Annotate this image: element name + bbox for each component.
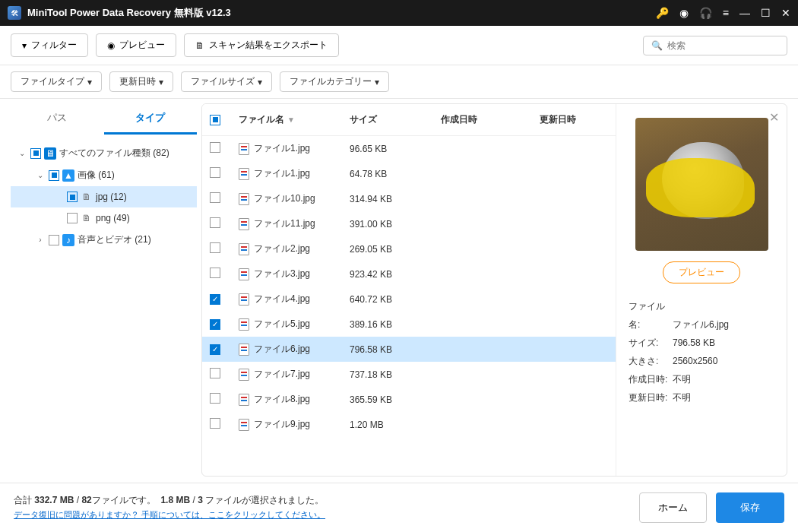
search-box[interactable]: 🔍 (643, 36, 787, 55)
footer-stats: 合計 332.7 MB / 82ファイルです。 1.8 MB / 3 ファイルが… (14, 493, 325, 522)
col-created[interactable]: 作成日時 (433, 104, 532, 136)
file-name: ファイル6.jpg (254, 343, 310, 356)
help-link[interactable]: データ復旧に問題がありますか？ 手順については、ここをクリックしてください。 (14, 510, 325, 519)
monitor-icon: 🖥 (44, 147, 56, 160)
tab-path[interactable]: パス (11, 103, 104, 135)
row-checkbox[interactable]: ✓ (210, 319, 220, 330)
table-row[interactable]: ファイル1.jpg96.65 KB (202, 136, 616, 162)
file-size: 269.05 KB (342, 236, 433, 261)
eye-icon: ◉ (107, 40, 115, 51)
minimize-icon[interactable]: — (739, 7, 750, 19)
file-icon (239, 369, 249, 381)
close-preview-icon[interactable]: ✕ (769, 110, 779, 125)
file-icon (239, 419, 249, 431)
search-input[interactable] (667, 40, 781, 51)
row-checkbox[interactable] (210, 418, 220, 429)
table-row[interactable]: ファイル9.jpg1.20 MB (202, 412, 616, 437)
table-row[interactable]: ✓ファイル5.jpg389.16 KB (202, 312, 616, 337)
col-name[interactable]: ファイル名▼ (231, 104, 342, 136)
checkbox[interactable] (67, 213, 78, 223)
checkbox[interactable] (49, 170, 59, 181)
app-logo-icon: 🛠 (8, 6, 21, 20)
chevron-down-icon: ▾ (87, 77, 92, 87)
close-icon[interactable]: ✕ (781, 7, 790, 19)
globe-icon[interactable]: ◉ (679, 7, 689, 19)
tab-type[interactable]: タイプ (104, 103, 198, 135)
file-name: ファイル8.jpg (254, 393, 310, 406)
table-row[interactable]: ✓ファイル4.jpg640.72 KB (202, 287, 616, 312)
menu-icon[interactable]: ≡ (723, 7, 729, 19)
file-name: ファイル11.jpg (254, 217, 315, 230)
row-checkbox[interactable]: ✓ (210, 294, 220, 305)
file-size: 1.20 MB (342, 412, 433, 437)
tree-jpg[interactable]: 🗎jpg (12) (11, 186, 197, 207)
row-checkbox[interactable] (210, 192, 220, 203)
sidebar: パス タイプ ⌄🖥すべてのファイル種類 (82) ⌄▲画像 (61) 🗎jpg … (11, 103, 197, 483)
filter-button[interactable]: ▾フィルター (11, 33, 88, 57)
search-icon: 🔍 (651, 40, 663, 51)
checkbox[interactable] (67, 192, 78, 202)
checkbox[interactable] (49, 235, 59, 245)
key-icon[interactable]: 🔑 (656, 7, 669, 19)
select-all-checkbox[interactable] (210, 115, 220, 125)
tree-audio[interactable]: ›♪音声とビデオ (21) (11, 229, 197, 251)
chevron-down-icon: ⌄ (35, 171, 46, 179)
export-button[interactable]: 🗎スキャン結果をエクスポート (184, 33, 339, 57)
table-row[interactable]: ファイル11.jpg391.00 KB (202, 211, 616, 236)
table-row[interactable]: ファイル8.jpg365.59 KB (202, 387, 616, 412)
table-row[interactable]: ファイル1.jpg64.78 KB (202, 161, 616, 186)
checkbox[interactable] (30, 148, 41, 159)
audio-icon: ♪ (62, 234, 74, 246)
filter-category[interactable]: ファイルカテゴリー▾ (280, 71, 389, 92)
maximize-icon[interactable]: ☐ (761, 7, 771, 19)
footer: 合計 332.7 MB / 82ファイルです。 1.8 MB / 3 ファイルが… (0, 483, 798, 532)
filter-modified[interactable]: 更新日時▾ (109, 71, 173, 92)
col-modified[interactable]: 更新日時 (532, 104, 616, 136)
filter-filesize[interactable]: ファイルサイズ▾ (181, 71, 272, 92)
save-button[interactable]: 保存 (716, 492, 784, 523)
open-preview-button[interactable]: プレビュー (663, 261, 740, 283)
row-checkbox[interactable] (210, 142, 220, 153)
image-icon: ▲ (62, 169, 74, 182)
file-icon: 🗎 (81, 212, 93, 224)
col-size[interactable]: サイズ (342, 104, 433, 136)
row-checkbox[interactable] (210, 242, 220, 253)
app-title: MiniTool Power Data Recovery 無料版 v12.3 (27, 6, 656, 20)
file-size: 365.59 KB (342, 387, 433, 412)
file-name: ファイル3.jpg (254, 268, 310, 280)
table-row[interactable]: ファイル7.jpg737.18 KB (202, 362, 616, 387)
file-size: 923.42 KB (342, 261, 433, 287)
home-button[interactable]: ホーム (639, 492, 707, 523)
tree-png[interactable]: 🗎png (49) (11, 207, 197, 229)
file-size: 737.18 KB (342, 362, 433, 387)
tree-images[interactable]: ⌄▲画像 (61) (11, 164, 197, 186)
file-icon (239, 268, 249, 280)
headset-icon[interactable]: 🎧 (699, 7, 712, 19)
chevron-down-icon: ▾ (159, 77, 163, 87)
preview-button[interactable]: ◉プレビュー (96, 33, 176, 57)
filter-filetype[interactable]: ファイルタイプ▾ (11, 71, 102, 92)
row-checkbox[interactable]: ✓ (210, 344, 220, 355)
row-checkbox[interactable] (210, 268, 220, 278)
row-checkbox[interactable] (210, 217, 220, 228)
row-checkbox[interactable] (210, 368, 220, 378)
tree-all-files[interactable]: ⌄🖥すべてのファイル種類 (82) (11, 142, 197, 164)
table-row[interactable]: ファイル2.jpg269.05 KB (202, 236, 616, 261)
file-icon (239, 168, 249, 180)
chevron-down-icon: ▾ (375, 77, 379, 87)
file-size: 796.58 KB (342, 337, 433, 362)
file-icon (239, 243, 249, 255)
table-row[interactable]: ✓ファイル6.jpg796.58 KB (202, 337, 616, 362)
file-name: ファイル1.jpg (254, 142, 310, 155)
file-icon: 🗎 (81, 191, 93, 203)
row-checkbox[interactable] (210, 167, 220, 178)
export-icon: 🗎 (195, 40, 204, 51)
file-icon (239, 143, 249, 155)
row-checkbox[interactable] (210, 393, 220, 404)
table-row[interactable]: ファイル3.jpg923.42 KB (202, 261, 616, 287)
file-size: 314.94 KB (342, 186, 433, 211)
table-row[interactable]: ファイル10.jpg314.94 KB (202, 186, 616, 211)
file-name: ファイル5.jpg (254, 318, 310, 331)
file-icon (239, 344, 249, 356)
file-name: ファイル10.jpg (254, 192, 315, 205)
